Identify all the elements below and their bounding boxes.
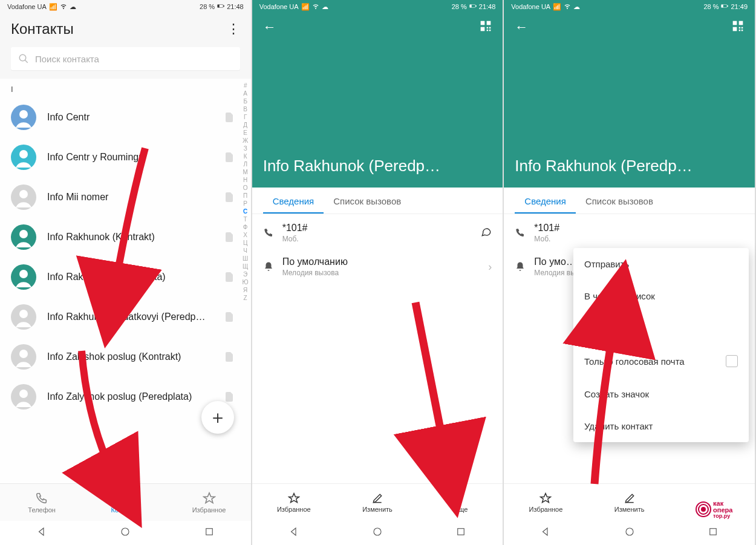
contact-row[interactable]: Info Zalyshok poslug (Kontrakt) — [11, 337, 240, 377]
index-letter[interactable]: О — [243, 184, 248, 191]
menu-blacklist[interactable]: В черный список — [573, 280, 749, 312]
contact-row[interactable]: Info Rakhunok (Kontrakt) — [11, 217, 240, 257]
index-letter[interactable]: П — [243, 192, 247, 199]
favorite-button[interactable]: Избранное — [252, 484, 336, 521]
tab-details[interactable]: Сведения — [263, 188, 324, 214]
contact-row[interactable]: Info Rakhunok (Peredplata) — [11, 257, 240, 297]
ringtone-row[interactable]: По умолчанию Мелодия вызова › — [252, 244, 503, 278]
back-button[interactable]: ← — [515, 19, 528, 35]
index-letter[interactable]: Z — [244, 295, 247, 301]
svg-point-36 — [460, 497, 462, 499]
sys-back-button[interactable] — [288, 526, 299, 540]
avatar-icon — [11, 344, 36, 370]
search-input[interactable]: Поиск контакта — [11, 47, 240, 70]
system-nav — [504, 521, 755, 545]
index-letter[interactable]: Н — [243, 177, 247, 183]
svg-point-21 — [122, 494, 126, 498]
qr-button[interactable] — [480, 20, 492, 34]
nav-favorites[interactable]: Избранное — [167, 484, 250, 521]
index-letter[interactable]: Л — [243, 161, 247, 168]
sys-recent-button[interactable] — [455, 526, 466, 540]
index-letter[interactable]: Е — [243, 129, 247, 136]
nav-contacts[interactable]: Контакты — [83, 484, 167, 521]
alphabet-index[interactable]: #АБВГДЕЖЗКЛМНОПРСТФХЦЧШЩЭЮЯZ — [240, 79, 251, 483]
more-button[interactable]: Еще — [419, 484, 503, 521]
qr-button[interactable] — [732, 20, 744, 34]
contact-row[interactable]: Info Rakhunok dodatkovyi (Peredp… — [11, 297, 240, 337]
index-letter[interactable]: Т — [244, 216, 247, 223]
wifi-icon — [564, 2, 571, 11]
svg-rect-24 — [206, 529, 212, 535]
menu-shortcut[interactable]: Создать значок — [573, 378, 749, 410]
index-letter[interactable]: # — [244, 82, 247, 89]
index-letter[interactable]: З — [244, 145, 247, 152]
index-letter[interactable]: А — [243, 90, 247, 97]
index-letter[interactable]: Ю — [243, 279, 249, 286]
tab-call-log[interactable]: Список вызовов — [324, 188, 411, 214]
index-letter[interactable]: С — [243, 208, 247, 215]
phone-row[interactable]: *101# Моб. — [504, 214, 755, 244]
sys-recent-button[interactable] — [708, 526, 719, 540]
index-letter[interactable]: Ч — [243, 247, 247, 254]
favorite-button[interactable]: Избранное — [504, 484, 587, 521]
menu-send[interactable]: Отправить — [573, 248, 749, 280]
contact-name: Info Zalyshok poslug (Peredplata) — [47, 391, 215, 402]
carrier-label: Vodafone UA — [7, 3, 47, 10]
clock-label: 21:48 — [479, 3, 496, 10]
screen-contact-details: Vodafone UA 📶 ☁ 28 % 21:48 ← Info Rakhun… — [252, 0, 504, 545]
index-letter[interactable]: Щ — [243, 263, 248, 270]
index-letter[interactable]: Х — [243, 232, 247, 238]
sys-home-button[interactable] — [372, 526, 383, 540]
index-letter[interactable]: Д — [243, 122, 247, 128]
tab-details[interactable]: Сведения — [515, 188, 576, 214]
contacts-header: Контакты ⋮ — [0, 13, 251, 42]
sys-home-button[interactable] — [120, 526, 131, 540]
contact-row[interactable]: Info Mii nomer — [11, 177, 240, 217]
index-letter[interactable]: Я — [243, 287, 247, 293]
add-contact-fab[interactable]: ＋ — [201, 401, 234, 434]
sys-back-button[interactable] — [540, 526, 551, 540]
contact-row[interactable]: Info Centr — [11, 97, 240, 137]
contact-row[interactable]: Info Centr y Roumingu — [11, 137, 240, 177]
checkbox-icon[interactable] — [726, 355, 738, 367]
search-placeholder: Поиск контакта — [35, 54, 99, 64]
menu-voicemail[interactable]: Только голосовая почта — [573, 344, 749, 378]
index-letter[interactable]: Р — [243, 200, 247, 207]
clock-label: 21:49 — [731, 3, 748, 10]
sim-icon — [226, 232, 233, 242]
index-letter[interactable]: Ж — [243, 137, 248, 144]
index-letter[interactable]: Г — [244, 114, 247, 120]
sys-recent-button[interactable] — [204, 526, 215, 540]
sys-home-button[interactable] — [624, 526, 635, 540]
overflow-menu-button[interactable]: ⋮ — [227, 22, 240, 36]
back-button[interactable]: ← — [263, 19, 276, 35]
phone-row[interactable]: *101# Моб. — [252, 214, 503, 244]
index-letter[interactable]: Ф — [243, 224, 248, 230]
index-letter[interactable]: В — [243, 106, 247, 113]
nav-phone[interactable]: Телефон — [0, 484, 83, 521]
svg-rect-34 — [489, 30, 491, 31]
svg-rect-49 — [741, 30, 743, 31]
menu-delete[interactable]: Удалить контакт — [573, 410, 749, 442]
sys-back-button[interactable] — [36, 526, 47, 540]
phone-icon — [515, 227, 526, 238]
index-letter[interactable]: Э — [243, 271, 247, 278]
contact-title: Info Rakhunok (Peredp… — [252, 157, 503, 188]
message-button[interactable] — [481, 226, 492, 240]
index-letter[interactable]: М — [243, 169, 248, 175]
contact-title: Info Rakhunok (Peredp… — [504, 157, 755, 188]
section-header: I — [11, 79, 240, 97]
index-letter[interactable]: Б — [243, 98, 247, 105]
tab-call-log[interactable]: Список вызовов — [576, 188, 663, 214]
index-letter[interactable]: К — [244, 153, 247, 160]
index-letter[interactable]: Ц — [243, 240, 247, 246]
edit-button[interactable]: Изменить — [336, 484, 419, 521]
more-label: Еще — [454, 506, 468, 513]
edit-button[interactable]: Изменить — [588, 484, 671, 521]
menu-copy[interactable]: Копировать — [573, 312, 749, 344]
svg-rect-33 — [487, 30, 489, 31]
favorite-label: Избранное — [529, 506, 563, 513]
index-letter[interactable]: Ш — [243, 255, 248, 262]
avatar-icon — [11, 105, 36, 130]
contacts-icon — [119, 492, 132, 505]
